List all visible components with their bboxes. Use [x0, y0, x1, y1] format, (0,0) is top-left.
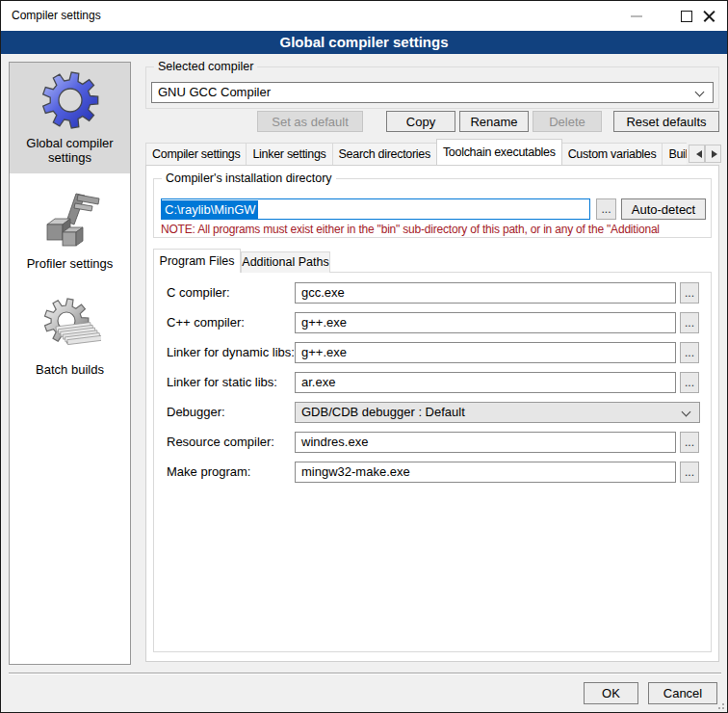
field-label: Make program: — [167, 462, 294, 483]
c-compiler-input[interactable]: gcc.exe — [295, 282, 676, 304]
settings-tabstrip: Compiler settings Linker settings Search… — [145, 139, 687, 165]
debugger-select[interactable]: GDB/CDB debugger : Default — [295, 402, 700, 423]
subtab-additional-paths[interactable]: Additional Paths — [241, 251, 330, 273]
sidebar-item-global-compiler-settings[interactable]: Global compiler settings — [10, 63, 130, 173]
titlebar: Compiler settings — [1, 1, 727, 31]
compiler-settings-dialog: Compiler settings Global compiler settin… — [0, 0, 728, 713]
field-label: Resource compiler: — [167, 432, 294, 453]
tab-search-directories[interactable]: Search directories — [332, 143, 437, 165]
tab-toolchain-executables[interactable]: Toolchain executables — [436, 139, 562, 165]
maximize-icon[interactable] — [681, 11, 692, 22]
sidebar-item-label: Global compiler settings — [13, 136, 126, 165]
subtab-program-files[interactable]: Program Files — [153, 249, 241, 273]
auto-detect-button[interactable]: Auto-detect — [621, 198, 706, 220]
delete-button: Delete — [533, 111, 602, 132]
browse-button[interactable]: ... — [680, 342, 699, 363]
reset-defaults-button[interactable]: Reset defaults — [613, 111, 719, 132]
selected-compiler-value: GNU GCC Compiler — [158, 85, 271, 99]
caliper-blocks-icon — [39, 190, 101, 251]
field-label: Linker for static libs: — [167, 372, 294, 393]
settings-category-list: Global compiler settings Profiler settin… — [9, 62, 131, 665]
resource-compiler-input[interactable]: windres.exe — [295, 432, 676, 453]
close-icon[interactable] — [702, 9, 716, 23]
field-label: C compiler: — [167, 282, 294, 304]
browse-button[interactable]: ... — [680, 312, 699, 333]
browse-button[interactable]: ... — [680, 432, 699, 453]
blue-gear-icon — [39, 69, 101, 131]
arrow-right-icon — [712, 150, 721, 158]
browse-directory-button[interactable]: ... — [596, 198, 616, 220]
group-label: Selected compiler — [154, 60, 257, 73]
bin-subdirectory-note: NOTE: All programs must exist either in … — [161, 223, 706, 236]
tab-scroll-right-button[interactable] — [705, 145, 721, 163]
ok-button[interactable]: OK — [584, 682, 638, 704]
sidebar-item-batch-builds[interactable]: Batch builds — [10, 289, 130, 385]
sidebar-item-label: Profiler settings — [13, 256, 126, 271]
make-program-input[interactable]: mingw32-make.exe — [295, 462, 676, 483]
debugger-value: GDB/CDB debugger : Default — [301, 405, 465, 419]
selected-compiler-combobox[interactable]: GNU GCC Compiler — [151, 82, 714, 103]
tab-build-options[interactable]: Build options — [662, 143, 687, 165]
field-label: Debugger: — [167, 402, 294, 423]
cancel-button[interactable]: Cancel — [648, 682, 717, 704]
chevron-down-icon — [682, 408, 691, 417]
rename-button[interactable]: Rename — [459, 111, 529, 132]
group-label: Compiler's installation directory — [162, 172, 336, 185]
tab-custom-variables[interactable]: Custom variables — [561, 143, 663, 165]
resize-grip-icon[interactable] — [715, 700, 724, 709]
tab-compiler-settings[interactable]: Compiler settings — [145, 143, 247, 165]
dynamic-libs-linker-input[interactable]: g++.exe — [295, 342, 676, 363]
sidebar-item-profiler-settings[interactable]: Profiler settings — [10, 183, 130, 279]
field-label: C++ compiler: — [167, 312, 294, 333]
sidebar-item-label: Batch builds — [13, 362, 126, 377]
window-title: Compiler settings — [12, 9, 101, 22]
tab-linker-settings[interactable]: Linker settings — [246, 143, 332, 165]
cpp-compiler-input[interactable]: g++.exe — [295, 312, 676, 333]
gray-gear-stack-icon — [39, 296, 101, 357]
page-title: Global compiler settings — [1, 31, 727, 54]
copy-button[interactable]: Copy — [386, 111, 455, 132]
selected-path-text: C:\raylib\MinGW — [162, 200, 258, 220]
field-label: Linker for dynamic libs: — [167, 342, 294, 363]
tab-scroll-left-button[interactable] — [689, 145, 705, 163]
minimize-icon — [631, 15, 642, 17]
chevron-down-icon — [695, 88, 705, 97]
browse-button[interactable]: ... — [680, 462, 699, 483]
set-as-default-button: Set as default — [257, 111, 363, 132]
browse-button[interactable]: ... — [680, 372, 699, 393]
static-libs-linker-input[interactable]: ar.exe — [295, 372, 676, 393]
footer-divider — [9, 673, 721, 674]
installation-directory-input[interactable]: C:\raylib\MinGW — [161, 198, 590, 220]
browse-button[interactable]: ... — [680, 282, 699, 304]
arrow-left-icon — [692, 150, 702, 158]
